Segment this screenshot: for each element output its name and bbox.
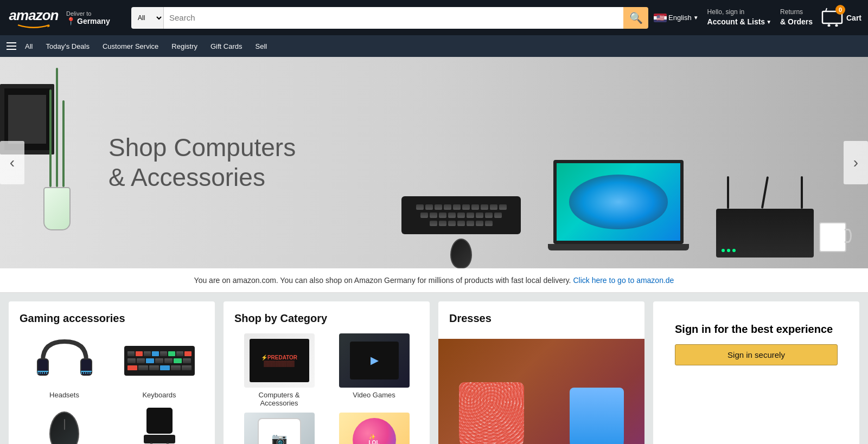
prev-arrow-icon: ‹ (10, 154, 15, 171)
amazon-logo[interactable]: amazon (7, 7, 61, 28)
nav-todays-deals[interactable]: Today's Deals (40, 38, 95, 55)
keyboard-shape (401, 196, 521, 234)
gaming-item-mouse[interactable]: Mice (20, 404, 109, 444)
dresses-hero-image (438, 339, 644, 444)
gaming-item-headset[interactable]: Headsets (20, 333, 109, 399)
search-icon: 🔍 (629, 11, 643, 24)
gaming-item-chair[interactable]: Chairs (114, 404, 204, 444)
hero-next-button[interactable]: › (844, 141, 868, 184)
nav-all-link[interactable]: All (20, 38, 38, 55)
flag-icon: 🇺🇸 (654, 14, 667, 22)
mouse-img-shape (49, 411, 79, 445)
deliver-top-label: Deliver to (66, 10, 126, 17)
product-grid: Gaming accessories Headsets (0, 293, 868, 444)
account-area[interactable]: Hello, sign in Account & Lists ▼ (707, 8, 771, 27)
nav-registry[interactable]: Registry (166, 38, 203, 55)
header: amazon Deliver to 📍 Germany All 🔍 🇺🇸 Eng… (0, 0, 868, 35)
keyboard-image (124, 333, 195, 388)
germany-banner-link[interactable]: Click here to go to amazon.de (573, 276, 674, 285)
germany-banner: You are on amazon.com. You can also shop… (0, 268, 868, 293)
svg-point-2 (827, 24, 830, 27)
hero-vase-decor (43, 79, 71, 268)
hero-keyboard (401, 196, 521, 268)
stem-3 (62, 100, 65, 187)
nav-all-item[interactable]: All (7, 38, 38, 55)
dresses-card[interactable]: Dresses (438, 301, 644, 444)
svg-rect-10 (146, 407, 173, 434)
category-items-grid: ⚡PREDATOR▒▒▒▒▒▒▒▒ Computers &Accessories… (234, 333, 419, 444)
chair-image (124, 404, 195, 444)
account-hello-label: Hello, sign in (707, 8, 771, 17)
ps-console-shape: ▶ (350, 342, 399, 379)
led-2 (727, 249, 730, 252)
nav-sell[interactable]: Sell (250, 38, 273, 55)
blue-dress-shape (570, 388, 624, 444)
antenna-2 (761, 176, 769, 209)
hero-router (716, 209, 814, 258)
mouse-hero-shape (450, 239, 472, 268)
toy-ball-shape: ✨LOL (353, 418, 396, 444)
signin-top-area: Sign in for the best experience Sign in … (664, 312, 848, 376)
returns-bottom-label: & Orders (780, 17, 813, 28)
hero-mug-decor (819, 222, 846, 252)
keyboard-img-shape (124, 346, 195, 376)
search-category-select[interactable]: All (131, 7, 164, 29)
returns-area[interactable]: Returns & Orders (780, 8, 813, 27)
search-button[interactable]: 🔍 (623, 7, 648, 29)
videogames-image: ▶ (339, 333, 410, 388)
logo-smile-icon (12, 24, 55, 28)
stem-2 (56, 68, 58, 187)
cart-icon-wrap: 0 (821, 7, 843, 28)
kb-key (416, 204, 424, 210)
predator-laptop-shape: ⚡PREDATOR▒▒▒▒▒▒▒▒ (250, 339, 309, 382)
search-input[interactable] (164, 7, 623, 29)
router-leds (722, 249, 736, 252)
predator-logo: ⚡PREDATOR▒▒▒▒▒▒▒▒ (261, 355, 297, 366)
next-arrow-icon: › (853, 154, 858, 171)
baby-monitor-shape: 📷 (258, 418, 301, 444)
nav-gift-cards[interactable]: Gift Cards (205, 38, 248, 55)
led-1 (722, 249, 725, 252)
toys-image: ✨LOL (339, 413, 410, 444)
signin-card: Sign in for the best experience Sign in … (653, 301, 859, 444)
hero-products (401, 160, 814, 268)
nav-customer-service[interactable]: Customer Service (97, 38, 164, 55)
floral-dress-shape (459, 382, 524, 444)
hero-prev-button[interactable]: ‹ (0, 141, 24, 184)
language-selector[interactable]: 🇺🇸 English ▼ (654, 14, 699, 22)
hero-text: Shop Computers & Accessories (108, 133, 296, 192)
signin-button[interactable]: Sign in securely (675, 344, 838, 365)
category-card: Shop by Category ⚡PREDATOR▒▒▒▒▒▒▒▒ Compu… (224, 301, 430, 444)
mouse-image (29, 404, 100, 444)
cart-area[interactable]: 0 Cart (821, 7, 861, 28)
svg-point-3 (835, 24, 838, 27)
category-item-computers[interactable]: ⚡PREDATOR▒▒▒▒▒▒▒▒ Computers &Accessories (234, 333, 324, 407)
plant-stems (49, 79, 65, 187)
laptop-screen-visual (569, 175, 668, 229)
search-bar: All 🔍 (131, 7, 648, 29)
baby-image: 📷 (244, 413, 315, 444)
headset-label: Headsets (49, 391, 79, 399)
deliver-to-area[interactable]: Deliver to 📍 Germany (66, 10, 126, 25)
frame-inner (8, 95, 46, 144)
hero-title-line2: & Accessories (108, 163, 296, 192)
gaming-items-grid: Headsets (20, 333, 204, 444)
category-item-videogames[interactable]: ▶ Video Games (329, 333, 419, 407)
signin-title: Sign in for the best experience (675, 323, 838, 336)
antenna-3 (801, 176, 803, 209)
cart-label: Cart (846, 14, 861, 22)
chair-svg (138, 404, 181, 444)
gaming-card-title: Gaming accessories (20, 312, 204, 325)
category-item-toys[interactable]: ✨LOL Toys & Games (329, 413, 419, 444)
account-lists-label: Account & Lists ▼ (707, 17, 771, 28)
gaming-item-keyboard[interactable]: Keyboards (114, 333, 204, 399)
videogames-label: Video Games (353, 391, 395, 399)
hamburger-icon (7, 42, 16, 50)
keyboard-label: Keyboards (142, 391, 176, 399)
dresses-card-title: Dresses (438, 301, 644, 330)
hero-laptop (542, 160, 694, 268)
computers-label: Computers &Accessories (259, 391, 300, 407)
headset-image (29, 333, 100, 388)
hero-banner: Shop Computers & Accessories (0, 57, 868, 268)
category-item-baby[interactable]: 📷 Baby (234, 413, 324, 444)
